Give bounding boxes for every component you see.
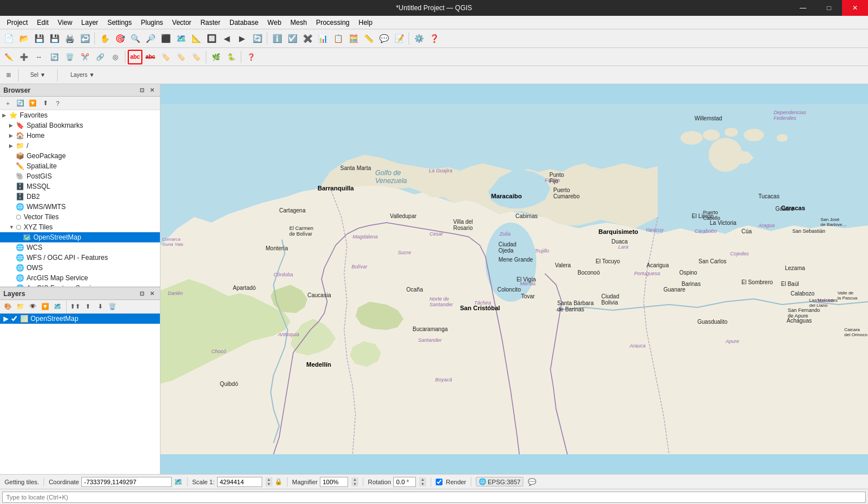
processing-button[interactable]: ⚙️	[411, 31, 426, 46]
zoom-layer-button[interactable]: 📐	[189, 31, 203, 46]
map-area[interactable]: Golfo deVenezuela La Guajira Falcón Will…	[160, 84, 868, 474]
label-tool-4[interactable]: 🏷️	[173, 50, 188, 64]
layers-manage-visibility-button[interactable]: 👁️	[27, 301, 38, 312]
save-project-button[interactable]: 💾	[32, 31, 46, 46]
browser-item-xyz-tiles[interactable]: ▼ ⬡ XYZ Tiles	[0, 222, 160, 232]
selection-combo-button[interactable]: Sel ▼	[21, 68, 55, 82]
browser-item-wfs[interactable]: ▶ 🌐 WFS / OGC API - Features	[0, 253, 160, 263]
browser-item-wcs[interactable]: ▶ 🌐 WCS	[0, 242, 160, 253]
render-checkbox[interactable]	[436, 479, 442, 485]
layers-move-top-button[interactable]: ⬆⬆	[70, 301, 81, 312]
refresh-button[interactable]: 🔄	[250, 31, 264, 46]
python-button[interactable]: 🐍	[224, 50, 238, 64]
zoom-rubber-band-button[interactable]: ⬛	[158, 31, 173, 46]
layer-item-osm[interactable]: ▶ OpenStreetMap	[0, 314, 160, 324]
browser-item-home[interactable]: ▶ 🏠 Home	[0, 131, 160, 141]
menu-vector[interactable]: Vector	[168, 18, 196, 28]
menu-help[interactable]: Help	[354, 18, 377, 28]
magnifier-up-button[interactable]: ▲	[351, 477, 358, 482]
rotate-feature-button[interactable]: 🔄	[47, 50, 62, 64]
pan-to-selection-button[interactable]: 🎯	[112, 31, 127, 46]
label-tool-3[interactable]: 🏷️	[158, 50, 173, 64]
browser-item-wms[interactable]: ▶ 🌐 WMS/WMTS	[0, 202, 160, 212]
crs-button[interactable]: 🌐 EPSG:3857	[476, 477, 523, 486]
help-button[interactable]: ❓	[427, 31, 441, 46]
menu-web[interactable]: Web	[263, 18, 285, 28]
menu-layer[interactable]: Layer	[77, 18, 103, 28]
annotations-button[interactable]: 📝	[392, 31, 406, 46]
undo-button[interactable]: ↩️	[77, 31, 92, 46]
label-button-1[interactable]: abc	[128, 50, 142, 64]
browser-item-vector-tiles[interactable]: ▶ ⬡ Vector Tiles	[0, 212, 160, 222]
browser-item-ows[interactable]: ▶ 🌐 OWS	[0, 263, 160, 273]
zoom-out-button[interactable]: 🔎	[143, 31, 158, 46]
add-feature-button[interactable]: ➕	[16, 50, 31, 64]
deselect-button[interactable]: ✖️	[300, 31, 315, 46]
select-button[interactable]: ☑️	[285, 31, 300, 46]
messages-icon[interactable]: 💬	[528, 478, 536, 486]
browser-panel-dock-button[interactable]: ⊡	[137, 86, 146, 95]
menu-mesh[interactable]: Mesh	[286, 18, 311, 28]
zoom-in-button[interactable]: 🔍	[128, 31, 142, 46]
layers-panel-close-button[interactable]: ✕	[147, 289, 157, 298]
layers-add-group-button[interactable]: 📁	[15, 301, 26, 312]
scale-down-button[interactable]: ▼	[266, 482, 272, 486]
node-tool-button[interactable]: ◎	[108, 50, 123, 64]
menu-settings[interactable]: Settings	[103, 18, 136, 28]
browser-item-postgis[interactable]: ▶ 🐘 PostGIS	[0, 171, 160, 181]
browser-item-arcgis-map[interactable]: ▶ 🌐 ArcGIS Map Service	[0, 273, 160, 283]
browser-item-mssql[interactable]: ▶ 🗄️ MSSQL	[0, 181, 160, 192]
new-project-button[interactable]: 📄	[1, 31, 16, 46]
close-button[interactable]: ✕	[842, 0, 868, 16]
layers-move-down-button[interactable]: ⬇	[94, 301, 106, 312]
menu-database[interactable]: Database	[225, 18, 263, 28]
layers-panel-dock-button[interactable]: ⊡	[137, 289, 146, 298]
label-button-2[interactable]: abc	[143, 50, 158, 64]
print-button[interactable]: 🖨️	[62, 31, 77, 46]
menu-edit[interactable]: Edit	[32, 18, 53, 28]
locate-input[interactable]	[2, 492, 866, 503]
save-as-button[interactable]: 💾	[47, 31, 62, 46]
move-feature-button[interactable]: ↔️	[32, 50, 46, 64]
layers-remove-button[interactable]: 🗑️	[107, 301, 118, 312]
browser-item-db2[interactable]: ▶ 🗄️ DB2	[0, 192, 160, 202]
layers-open-layer-button[interactable]: 🎨	[2, 301, 14, 312]
browser-item-root[interactable]: ▶ 📁 /	[0, 141, 160, 151]
split-features-button[interactable]: ✂️	[77, 50, 92, 64]
delete-feature-button[interactable]: 🗑️	[62, 50, 77, 64]
browser-refresh-button[interactable]: 🔄	[15, 98, 26, 109]
layers-move-up-button[interactable]: ⬆	[82, 301, 93, 312]
menu-processing[interactable]: Processing	[311, 18, 354, 28]
zoom-next-button[interactable]: ▶	[235, 31, 249, 46]
digitize-button[interactable]: ✏️	[1, 50, 16, 64]
open-project-button[interactable]: 📂	[16, 31, 31, 46]
browser-add-layer-button[interactable]: +	[2, 98, 14, 109]
zoom-selection-button[interactable]: 🔲	[204, 31, 219, 46]
menu-plugins[interactable]: Plugins	[136, 18, 167, 28]
merge-features-button[interactable]: 🔗	[93, 50, 107, 64]
map-tips-button[interactable]: 💬	[376, 31, 391, 46]
grass-button[interactable]: 🌿	[209, 50, 223, 64]
magnifier-input[interactable]	[320, 477, 348, 487]
scale-input[interactable]	[217, 477, 262, 487]
browser-filter-button[interactable]: 🔽	[27, 98, 38, 109]
layers-filter-button[interactable]: 🔽	[40, 301, 51, 312]
browser-item-favorites[interactable]: ▶ ⭐ Favorites	[0, 110, 160, 120]
browser-item-openstreetmap[interactable]: ▶ 🗺️ OpenStreetMap	[0, 232, 160, 242]
browser-panel-close-button[interactable]: ✕	[147, 86, 157, 95]
stats-button[interactable]: 📊	[315, 31, 330, 46]
browser-item-spatialite[interactable]: ▶ ✏️ SpatiaLite	[0, 161, 160, 171]
layer-order-button[interactable]: Layers ▼	[60, 68, 105, 82]
coordinate-input[interactable]	[81, 477, 172, 487]
rotation-input[interactable]	[393, 477, 416, 487]
minimize-button[interactable]: —	[790, 0, 816, 16]
menu-view[interactable]: View	[53, 18, 77, 28]
open-field-calc-button[interactable]: 🧮	[346, 31, 361, 46]
browser-help-button[interactable]: ?	[52, 98, 63, 109]
browser-collapse-button[interactable]: ⬆	[40, 98, 51, 109]
open-table-button[interactable]: 📋	[331, 31, 345, 46]
rotation-up-button[interactable]: ▲	[419, 477, 426, 482]
menu-project[interactable]: Project	[2, 18, 32, 28]
zoom-last-button[interactable]: ◀	[219, 31, 234, 46]
magnifier-down-button[interactable]: ▼	[351, 482, 358, 486]
